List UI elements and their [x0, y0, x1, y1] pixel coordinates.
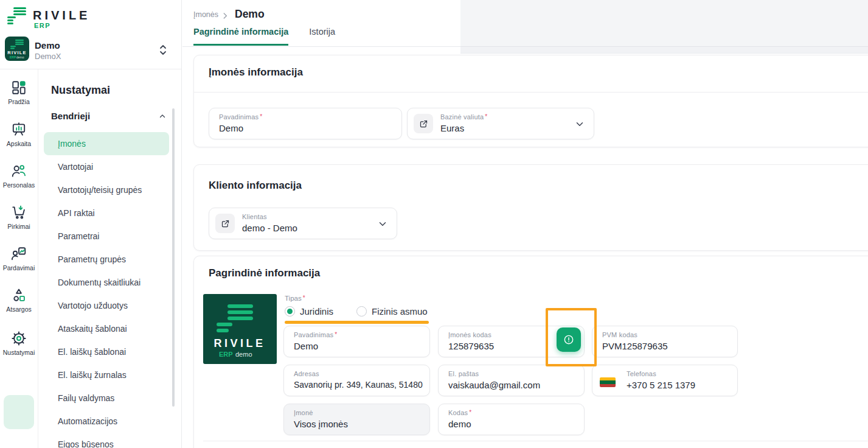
- sidebar-main-divider: [181, 0, 182, 448]
- klientas-select[interactable]: Klientas demo - Demo: [209, 208, 397, 239]
- breadcrumb-parent-link[interactable]: Įmonės: [193, 10, 218, 19]
- header-right-strip: [460, 47, 868, 54]
- svg-text:demo: demo: [235, 351, 252, 358]
- radio-juridinis[interactable]: Juridinis: [285, 306, 333, 317]
- page-title: Demo: [235, 8, 265, 21]
- tab-istorija[interactable]: Istorija: [309, 27, 335, 46]
- chevron-down-icon[interactable]: [574, 119, 585, 130]
- external-link-icon[interactable]: [215, 214, 235, 233]
- chevron-down-icon[interactable]: [377, 219, 388, 229]
- tab-bar-border: [182, 46, 460, 47]
- company-code-lookup-button[interactable]: [557, 327, 581, 352]
- sidebar-item-automatizacijos[interactable]: Automatizacijos: [44, 410, 169, 433]
- bazine-valiuta-select[interactable]: Bazinė valiuta* Euras: [407, 108, 594, 139]
- card-header-divider: [194, 92, 868, 93]
- tab-pagrindine-informacija[interactable]: Pagrindinė informacija: [193, 27, 288, 46]
- sidebar-item-parametru-grupes[interactable]: Parametrų grupės: [44, 248, 169, 271]
- card-kliento-informacija: Kliento informacija Klientas demo - Demo: [193, 164, 868, 251]
- pavadinimas-field-main[interactable]: Pavadinimas* Demo: [283, 326, 430, 357]
- lithuania-flag-icon[interactable]: [600, 377, 616, 387]
- sidebar-menu: Įmonės Vartotojai Vartotojų/teisių grupė…: [44, 132, 169, 448]
- radio-checked-icon: [285, 306, 295, 317]
- imone-field[interactable]: Įmonė Visos įmonės: [283, 404, 430, 435]
- chevron-up-icon: [158, 112, 167, 121]
- rail-item-atsargos[interactable]: Atsargos: [0, 287, 38, 313]
- sidebar-item-ataskaitu-sablonai[interactable]: Ataskaitų šablonai: [44, 317, 169, 340]
- sidebar-heading: Nustatymai: [51, 84, 110, 97]
- tipas-label: Tipas*: [285, 295, 305, 302]
- svg-text:RIVILE: RIVILE: [214, 337, 265, 349]
- el-pastas-field[interactable]: El. paštas vaiskauda@gmail.com: [438, 365, 585, 396]
- sidebar-group-bendrieji[interactable]: Bendrieji: [51, 111, 167, 121]
- company-name: Demo: [35, 40, 60, 51]
- pavadinimas-field[interactable]: Pavadinimas* Demo: [209, 108, 402, 139]
- header-right-panel: [460, 0, 868, 47]
- card-footer-divider: [203, 441, 868, 441]
- cart-icon: [0, 205, 38, 220]
- dashboard-icon: [0, 80, 38, 96]
- radio-fizinis-asmuo[interactable]: Fizinis asmuo: [356, 306, 428, 317]
- sidebar-item-imones[interactable]: Įmonės: [44, 132, 169, 155]
- svg-text:ERP: ERP: [10, 55, 16, 59]
- sidebar-scrollbar[interactable]: [172, 108, 175, 407]
- nav-rail: Pradžia Apskaita Personalas: [0, 69, 38, 448]
- unfold-more-icon: [158, 43, 168, 57]
- rail-item-apskaita[interactable]: Apskaita: [0, 122, 38, 147]
- sales-icon: [0, 246, 38, 262]
- sidebar-item-parametrai[interactable]: Parametrai: [44, 225, 169, 248]
- breadcrumb-chevron-icon: [221, 12, 229, 20]
- pvm-kodas-field[interactable]: PVM kodas PVM125879635: [592, 326, 738, 357]
- card-title: Įmonės informacija: [209, 66, 303, 79]
- telefonas-field[interactable]: Telefonas +370 5 215 1379: [592, 365, 738, 396]
- sidebar-item-el-laisku-zurnalas[interactable]: El. laiškų žurnalas: [44, 363, 169, 387]
- svg-text:RIVILE: RIVILE: [7, 50, 26, 55]
- sidebar-item-vartotojo-uzduotys[interactable]: Vartotojo užduotys: [44, 294, 169, 317]
- svg-text:ERP: ERP: [219, 351, 233, 358]
- radio-group-underline: [285, 321, 429, 324]
- rail-item-pradzia[interactable]: Pradžia: [0, 80, 38, 105]
- radio-unchecked-icon: [356, 306, 367, 317]
- svg-text:demo: demo: [16, 55, 24, 59]
- card-imones-informacija: Įmonės informacija Pavadinimas* Demo Baz…: [193, 55, 868, 147]
- card-title: Kliento informacija: [209, 180, 302, 192]
- tab-bar: Pagrindinė informacija Istorija: [193, 27, 335, 46]
- company-logo-image[interactable]: RIVILE ERP demo: [203, 294, 277, 364]
- adresas-field[interactable]: Adresas Savanorių pr. 349, Kaunas, 51480: [283, 365, 430, 396]
- sidebar-item-el-laisku-sablonai[interactable]: El. laiškų šablonai: [44, 340, 169, 363]
- nav-rail-active-bg: [4, 395, 34, 429]
- accounting-board-icon: [0, 122, 38, 138]
- sidebar-item-failu-valdymas[interactable]: Failų valdymas: [44, 387, 169, 410]
- rivile-logo-icon: [5, 6, 29, 29]
- external-link-icon[interactable]: [414, 114, 433, 133]
- brand-name: RIVILE: [33, 9, 90, 23]
- sidebar-item-vartotojai[interactable]: Vartotojai: [44, 155, 169, 178]
- sidebar-header: RIVILE ERP RIVILE ERP demo Demo DemoX: [0, 0, 181, 69]
- card-title: Pagrindinė informacija: [209, 267, 320, 279]
- company-switcher[interactable]: RIVILE ERP demo Demo DemoX: [4, 35, 176, 65]
- rail-item-nustatymai[interactable]: Nustatymai: [0, 331, 38, 356]
- rail-item-pirkimai[interactable]: Pirkimai: [0, 205, 38, 230]
- sidebar-item-vartotoju-teisiu-grupes[interactable]: Vartotojų/teisių grupės: [44, 178, 169, 201]
- sidebar-item-dokumentu-skaitliukai[interactable]: Dokumentų skaitliukai: [44, 271, 169, 294]
- sidebar-item-eigos-busenos[interactable]: Eigos būsenos: [44, 433, 169, 448]
- company-code: DemoX: [35, 52, 61, 61]
- sidebar-item-api-raktai[interactable]: API raktai: [44, 201, 169, 225]
- company-logo-tile: RIVILE ERP demo: [5, 37, 29, 61]
- rail-item-personalas[interactable]: Personalas: [0, 163, 38, 189]
- rail-item-pardavimai[interactable]: Pardavimai: [0, 246, 38, 271]
- shapes-icon: [0, 287, 38, 303]
- gear-icon: [0, 331, 38, 346]
- kodas-field[interactable]: Kodas* demo: [438, 404, 585, 435]
- brand-sub: ERP: [34, 22, 50, 29]
- people-icon: [0, 163, 38, 179]
